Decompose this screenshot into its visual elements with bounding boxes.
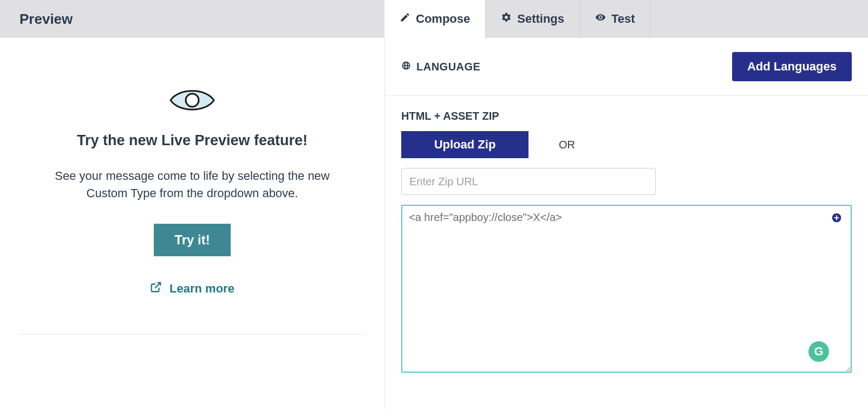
- tab-label: Settings: [517, 12, 564, 26]
- tab-label: Test: [611, 12, 635, 26]
- svg-point-0: [186, 94, 199, 107]
- svg-line-1: [155, 283, 160, 288]
- tab-test[interactable]: Test: [580, 0, 651, 38]
- preview-panel: Try the new Live Preview feature! See yo…: [0, 38, 384, 409]
- tab-settings[interactable]: Settings: [486, 0, 580, 38]
- divider: [19, 334, 366, 335]
- grammarly-icon: G: [808, 341, 829, 362]
- preview-description: See your message come to life by selecti…: [41, 167, 344, 202]
- language-label: LANGUAGE: [416, 61, 480, 73]
- html-code-textarea[interactable]: [401, 205, 852, 373]
- eye-icon: [595, 12, 606, 26]
- globe-icon: [401, 61, 411, 73]
- language-section: LANGUAGE Add Languages: [385, 38, 868, 96]
- learn-more-link[interactable]: Learn more: [150, 281, 234, 296]
- add-languages-button[interactable]: Add Languages: [732, 52, 852, 81]
- preview-title: Preview: [19, 11, 73, 28]
- try-it-button[interactable]: Try it!: [154, 224, 230, 256]
- add-snippet-button[interactable]: [831, 212, 842, 223]
- tab-compose[interactable]: Compose: [384, 0, 486, 38]
- external-link-icon: [150, 281, 162, 296]
- preview-eye-icon: [19, 87, 366, 116]
- or-text: OR: [559, 139, 575, 151]
- zip-section-label: HTML + ASSET ZIP: [401, 110, 852, 122]
- tab-label: Compose: [416, 12, 470, 26]
- gear-icon: [501, 12, 512, 26]
- zip-url-input[interactable]: [401, 168, 656, 195]
- pencil-icon: [400, 12, 410, 26]
- preview-heading: Try the new Live Preview feature!: [19, 132, 366, 149]
- tab-bar: Compose Settings Test: [384, 0, 868, 38]
- upload-zip-button[interactable]: Upload Zip: [401, 131, 528, 158]
- learn-more-label: Learn more: [169, 282, 234, 296]
